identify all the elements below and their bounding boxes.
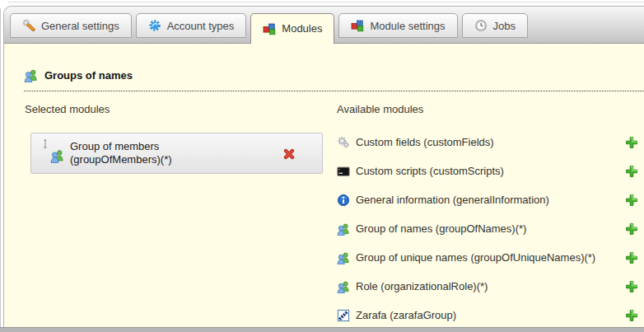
zarafa-icon [337, 309, 350, 322]
group-icon [50, 148, 64, 163]
modules-tab-content: Groups of names Selected modules Group o… [4, 44, 644, 332]
clock-icon [474, 19, 488, 32]
terminal-icon [337, 165, 350, 178]
tab-jobs[interactable]: Jobs [462, 13, 528, 38]
add-module-button[interactable] [625, 222, 638, 236]
module-label: Custom fields (customFields) [356, 136, 625, 148]
selected-modules-column: Selected modules Group of members (group… [25, 103, 323, 174]
group-icon [337, 251, 350, 264]
module-label: General information (generalInformation) [356, 194, 625, 206]
selected-module-name: Group of members [70, 140, 159, 152]
tab-label: Account types [167, 20, 235, 32]
wrench-icon [22, 19, 35, 32]
tab-module-settings[interactable]: Module settings [338, 13, 457, 38]
list-item: Zarafa (zarafaGroup) [337, 301, 638, 330]
delete-module-button[interactable] [282, 147, 296, 161]
gears-icon [337, 136, 350, 149]
add-module-button[interactable] [625, 251, 638, 264]
selected-module-text: Group of members (groupOfMembers)(*) [70, 140, 172, 166]
frame-border-top [8, 2, 644, 2]
add-module-button[interactable] [625, 194, 638, 207]
selected-module-item[interactable]: Group of members (groupOfMembers)(*) [30, 133, 323, 174]
add-module-button[interactable] [625, 309, 638, 322]
available-modules-label: Available modules [337, 103, 638, 115]
gear-icon [148, 19, 161, 32]
group-icon [337, 280, 350, 293]
frame-border-left [0, 8, 1, 332]
list-item: Group of unique names (groupOfUniqueName… [337, 243, 638, 272]
settings-panel: General settings Account types Modules M… [3, 6, 644, 332]
add-module-button[interactable] [625, 136, 638, 149]
list-item: General information (generalInformation) [337, 185, 638, 214]
module-label: Group of unique names (groupOfUniqueName… [356, 251, 625, 264]
module-label: Group of names (groupOfNames)(*) [356, 222, 625, 235]
tab-general-settings[interactable]: General settings [10, 13, 132, 38]
module-label: Custom scripts (customScripts) [356, 165, 625, 177]
selected-modules-label: Selected modules [25, 103, 323, 115]
add-module-button[interactable] [625, 280, 638, 293]
add-module-button[interactable] [625, 165, 638, 178]
modules-icon [263, 22, 276, 35]
tab-label: General settings [41, 20, 119, 32]
tab-label: Jobs [493, 20, 516, 32]
selected-module-id: (groupOfMembers)(*) [70, 153, 172, 166]
module-label: Role (organizationalRole)(*) [356, 280, 625, 292]
list-item: Custom scripts (customScripts) [337, 157, 638, 185]
tab-account-types[interactable]: Account types [136, 13, 247, 38]
modules-icon [351, 19, 364, 32]
tab-modules[interactable]: Modules [250, 13, 334, 44]
module-label: Zarafa (zarafaGroup) [356, 309, 625, 321]
bottom-divider [0, 327, 644, 332]
group-icon [24, 68, 38, 82]
group-icon [337, 222, 350, 236]
list-item: Custom fields (customFields) [337, 128, 638, 157]
available-modules-list: Custom fields (customFields) Custom scri… [337, 128, 638, 330]
available-modules-column: Available modules Custom fields (customF… [337, 103, 638, 330]
tab-label: Modules [282, 22, 322, 35]
list-item: Group of names (groupOfNames)(*) [337, 214, 638, 243]
section-heading: Groups of names [24, 68, 644, 91]
info-icon [337, 194, 350, 207]
list-item: Role (organizationalRole)(*) [337, 272, 638, 301]
section-title: Groups of names [44, 69, 133, 82]
tab-bar: General settings Account types Modules M… [4, 7, 644, 44]
move-handle-icon[interactable] [40, 138, 51, 150]
tab-label: Module settings [370, 20, 445, 32]
